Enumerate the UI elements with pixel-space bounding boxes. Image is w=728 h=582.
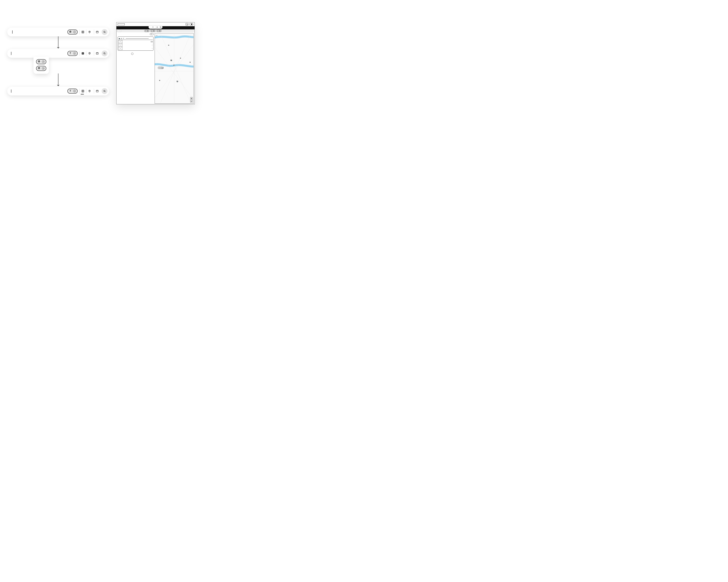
- list-badge-underline: [81, 94, 84, 94]
- subtotal-box: [151, 41, 153, 42]
- search-when[interactable]: [156, 26, 159, 28]
- svg-rect-15: [96, 90, 98, 92]
- chip-sony-70-200[interactable]: ◍✕: [150, 30, 156, 32]
- svg-rect-8: [96, 53, 98, 54]
- search-button[interactable]: [159, 26, 162, 28]
- close-icon[interactable]: ✕: [73, 31, 76, 33]
- svg-point-16: [104, 90, 105, 91]
- list-toggle-badged[interactable]: [79, 88, 86, 94]
- location-segment[interactable]: [86, 88, 94, 94]
- details-button[interactable]: [152, 45, 153, 46]
- location-segment[interactable]: [86, 50, 94, 57]
- gimbal-icon: [69, 90, 72, 92]
- thumb-placeholder: [119, 40, 123, 43]
- map-pin[interactable]: 📷: [171, 59, 172, 61]
- svg-rect-20: [157, 27, 158, 28]
- arrow-down-icon: [7, 74, 109, 87]
- svg-rect-3: [96, 31, 98, 33]
- text-caret: [11, 52, 11, 55]
- svg-point-14: [89, 90, 90, 91]
- arrow-down-icon: [7, 36, 109, 50]
- map-pin[interactable]: ◍: [159, 80, 160, 81]
- close-icon[interactable]: ✕: [153, 30, 155, 32]
- svg-rect-12: [70, 90, 71, 90]
- searchbar-state-2: ✕ ✕ ✕: [7, 49, 109, 58]
- text-caret: [12, 30, 12, 34]
- dates-segment[interactable]: [94, 29, 102, 35]
- list-toggle[interactable]: [79, 29, 86, 35]
- lens-icon: ◍: [121, 38, 122, 39]
- close-icon[interactable]: ✕: [159, 30, 160, 32]
- dates-segment[interactable]: [94, 88, 102, 94]
- app-frame: ⟲✕ ◍✕ ◍✕ 📷 ◍ ⟲: [116, 22, 195, 104]
- pagination: [118, 53, 153, 55]
- search-button[interactable]: [102, 88, 107, 94]
- chip-dji-rs3[interactable]: ✕: [68, 89, 78, 93]
- filters-button[interactable]: [150, 33, 153, 35]
- chip-sony-a7siii[interactable]: ◍✕: [156, 30, 162, 32]
- svg-point-2: [89, 31, 90, 32]
- svg-rect-5: [70, 52, 71, 53]
- dates-segment[interactable]: [94, 50, 102, 57]
- floating-search: [149, 25, 162, 29]
- close-icon[interactable]: ✕: [42, 60, 45, 63]
- zoom-out-button[interactable]: −: [190, 100, 193, 103]
- zoom-in-button[interactable]: +: [190, 97, 193, 100]
- camera-icon: 📷: [119, 38, 120, 39]
- svg-point-21: [160, 27, 161, 27]
- aperture-icon: [69, 31, 72, 33]
- bundle-meta: [150, 38, 152, 39]
- cart-button[interactable]: [185, 23, 188, 25]
- aperture-icon: [38, 67, 40, 70]
- text-caret: [11, 89, 11, 93]
- chip-sony-70-200[interactable]: ✕: [36, 66, 46, 71]
- map-pin-multi[interactable]: ⟲◍📷: [158, 67, 163, 69]
- svg-point-4: [104, 31, 105, 32]
- svg-point-9: [104, 53, 105, 54]
- chip-sony-a7siii[interactable]: ✕: [36, 59, 46, 64]
- chip-sony-a7siii[interactable]: ✕: [68, 30, 78, 34]
- bundle-card[interactable]: 📷 ◍ ⟲: [118, 36, 153, 51]
- page-current[interactable]: [131, 53, 133, 55]
- thumb-placeholder: [119, 47, 123, 50]
- results-list: 📷 ◍ ⟲: [116, 32, 155, 105]
- map-pin[interactable]: ◍: [168, 45, 169, 46]
- list-toggle-active[interactable]: [79, 50, 86, 57]
- filter-chips-row: ⟲✕ ◍✕ ◍✕: [116, 29, 194, 32]
- map-back-icon[interactable]: ‹‹: [156, 34, 158, 37]
- chip-dji-rs3[interactable]: ✕: [68, 51, 78, 56]
- searchbar-state-1: ✕: [7, 28, 109, 36]
- svg-point-19: [153, 27, 153, 27]
- gimbal-icon: [69, 52, 72, 55]
- chip-dji-rs3[interactable]: ⟲✕: [144, 30, 149, 32]
- nav-bar: [116, 26, 194, 29]
- search-where[interactable]: [152, 26, 155, 28]
- thumb-placeholder: [119, 44, 123, 47]
- searchbar-state-3: ✕: [7, 87, 109, 95]
- search-button[interactable]: [102, 29, 107, 35]
- user-menu[interactable]: [189, 23, 193, 25]
- location-segment[interactable]: [86, 29, 94, 35]
- close-icon[interactable]: ✕: [147, 30, 148, 32]
- map-pane[interactable]: ‹‹: [155, 33, 193, 104]
- chip-dropdown: ✕ ✕: [33, 57, 49, 74]
- svg-point-7: [89, 53, 90, 53]
- close-icon[interactable]: ✕: [73, 52, 76, 55]
- map-pin[interactable]: ◍: [180, 58, 181, 59]
- search-button[interactable]: [102, 51, 107, 56]
- map-pin[interactable]: 📷: [177, 81, 178, 82]
- close-icon[interactable]: ✕: [42, 67, 45, 70]
- map-pin[interactable]: ◍: [174, 64, 175, 65]
- aperture-icon: [38, 60, 40, 63]
- logo-placeholder: [118, 23, 125, 25]
- avatar-icon: [191, 24, 192, 25]
- sort-dropdown[interactable]: [118, 30, 121, 32]
- gimbal-icon: ⟲: [123, 38, 124, 39]
- add-to-cart-button[interactable]: [152, 48, 153, 49]
- close-icon[interactable]: ✕: [73, 90, 76, 92]
- map-pin[interactable]: ◍: [189, 62, 190, 63]
